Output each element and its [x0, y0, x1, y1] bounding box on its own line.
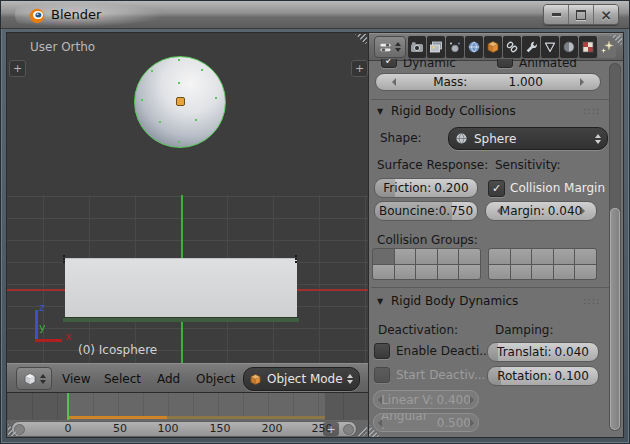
decrement-arrow[interactable] — [392, 78, 396, 86]
collision-groups-grid-2 — [488, 248, 597, 280]
menu-view[interactable]: View — [62, 372, 90, 386]
angular-velocity-field[interactable]: Angular : 0.500 — [373, 413, 479, 432]
tab-modifiers[interactable] — [522, 36, 540, 58]
menu-select[interactable]: Select — [104, 372, 141, 386]
group-cell[interactable] — [416, 249, 437, 264]
frame-tick: 50 — [113, 422, 127, 435]
mode-selector-dropdown[interactable]: Object Mode — [243, 367, 360, 391]
dynamic-checkbox[interactable]: ✓ — [381, 59, 397, 68]
group-cell[interactable] — [575, 265, 596, 280]
friction-slider[interactable]: Friction: 0.200 — [374, 178, 478, 198]
edge-stipple-left — [63, 255, 68, 263]
timeline-scrollbar[interactable] — [11, 421, 357, 437]
group-cell[interactable] — [575, 249, 596, 264]
group-cell[interactable] — [438, 249, 459, 264]
tab-world[interactable] — [465, 36, 483, 58]
close-button[interactable]: × — [594, 5, 618, 24]
shape-dropdown[interactable]: Sphere — [448, 127, 608, 150]
increment-arrow[interactable] — [581, 207, 585, 215]
blender-window: Blender × User Ortho + + — [0, 0, 630, 444]
icosphere-object[interactable] — [134, 56, 226, 148]
group-cell[interactable] — [438, 265, 459, 280]
collision-margin-checkbox[interactable]: ✓ — [488, 180, 505, 197]
maximize-button[interactable] — [569, 5, 594, 24]
tab-constraints[interactable] — [503, 36, 521, 58]
angular-velocity-label: Angular : — [381, 413, 434, 432]
animated-checkbox[interactable] — [497, 59, 513, 68]
tab-physics[interactable] — [598, 36, 616, 58]
x-axis-label: x — [65, 330, 72, 343]
start-deactivated-checkbox[interactable] — [374, 367, 390, 383]
scrollbar-right-handle[interactable] — [343, 424, 354, 435]
area-corner-handle[interactable] — [355, 34, 367, 46]
properties-sliders-icon — [379, 41, 392, 54]
linear-velocity-field[interactable]: Linear V: 0.400 — [373, 390, 479, 409]
bounciness-label: Bouncine: — [379, 204, 439, 218]
group-cell[interactable] — [395, 249, 416, 264]
group-cell[interactable] — [554, 265, 575, 280]
tab-render-layers[interactable] — [427, 36, 445, 58]
group-cell[interactable] — [489, 265, 510, 280]
minimize-button[interactable] — [544, 5, 569, 24]
group-cell[interactable] — [511, 249, 532, 264]
surface-response-label: Surface Response: — [377, 158, 488, 172]
rotation-damping-slider[interactable]: Rotation: 0.100 — [487, 366, 599, 386]
properties-header — [369, 33, 623, 61]
group-cell[interactable] — [373, 265, 394, 280]
editor-type-selector[interactable] — [16, 367, 52, 390]
panel-drag-dots[interactable]: :::: — [583, 105, 600, 116]
translation-damping-slider[interactable]: Translati: 0.040 — [487, 342, 599, 362]
camera-icon — [410, 40, 424, 54]
mass-value: 1.000 — [509, 75, 543, 89]
increment-arrow[interactable] — [580, 78, 584, 86]
deactivation-label: Deactivation: — [378, 323, 458, 337]
rigidbody-cache-baked — [68, 416, 167, 419]
collision-groups-grid-1 — [372, 248, 481, 280]
group-cell[interactable] — [554, 249, 575, 264]
menu-object[interactable]: Object — [196, 372, 235, 386]
group-cell[interactable] — [532, 265, 553, 280]
enable-deactivation-checkbox[interactable] — [374, 343, 390, 359]
z-axis-gizmo-line — [35, 310, 38, 340]
tab-render[interactable] — [408, 36, 426, 58]
dynamics-panel-title[interactable]: Rigid Body Dynamics — [391, 294, 518, 308]
expand-header-button[interactable]: + — [323, 422, 339, 436]
collapse-triangle-icon[interactable]: ▼ — [377, 297, 383, 306]
properties-scrollbar[interactable] — [609, 63, 621, 431]
tab-material[interactable] — [560, 36, 578, 58]
group-cell[interactable] — [395, 265, 416, 280]
title-bar[interactable]: Blender × — [1, 1, 629, 29]
panel-drag-dots[interactable]: :::: — [583, 295, 600, 306]
group-cell[interactable] — [459, 249, 480, 264]
tab-texture[interactable] — [579, 36, 597, 58]
bounciness-slider[interactable]: Bouncine: 0.750 — [374, 201, 478, 221]
margin-label: Margin: — [500, 204, 545, 218]
group-cell[interactable] — [511, 265, 532, 280]
start-deactivated-label: Start Deactiv... — [396, 368, 485, 382]
group-cell[interactable] — [532, 249, 553, 264]
expand-tool-shelf-button[interactable]: + — [9, 60, 26, 77]
rotation-label: Rotation: — [497, 369, 551, 383]
linear-velocity-value: 0.400 — [437, 393, 471, 407]
tab-object-data[interactable] — [541, 36, 559, 58]
current-frame-marker[interactable] — [67, 393, 69, 420]
group-cell[interactable] — [489, 249, 510, 264]
collapse-triangle-icon[interactable]: ▼ — [377, 107, 383, 116]
scrollbar-thumb[interactable] — [610, 208, 620, 430]
object-data-icon — [543, 40, 557, 54]
tab-object[interactable] — [484, 36, 502, 58]
mass-field[interactable]: Mass: 1.000 — [375, 73, 601, 91]
margin-field[interactable]: Margin: 0.040 — [485, 201, 597, 221]
editor-type-selector[interactable] — [374, 36, 406, 58]
ground-plane-object[interactable] — [65, 258, 297, 319]
group-cell[interactable] — [416, 265, 437, 280]
group-cell[interactable] — [459, 265, 480, 280]
z-axis-label: z — [39, 301, 45, 314]
collisions-panel-title[interactable]: Rigid Body Collisions — [391, 104, 516, 118]
expand-properties-shelf-button[interactable]: + — [351, 60, 368, 77]
tab-scene[interactable] — [446, 36, 464, 58]
menu-add[interactable]: Add — [157, 372, 180, 386]
3d-viewport-canvas[interactable]: User Ortho + + — [7, 33, 368, 363]
group-cell[interactable] — [373, 249, 394, 264]
rigidbody-cache-range — [167, 416, 325, 419]
